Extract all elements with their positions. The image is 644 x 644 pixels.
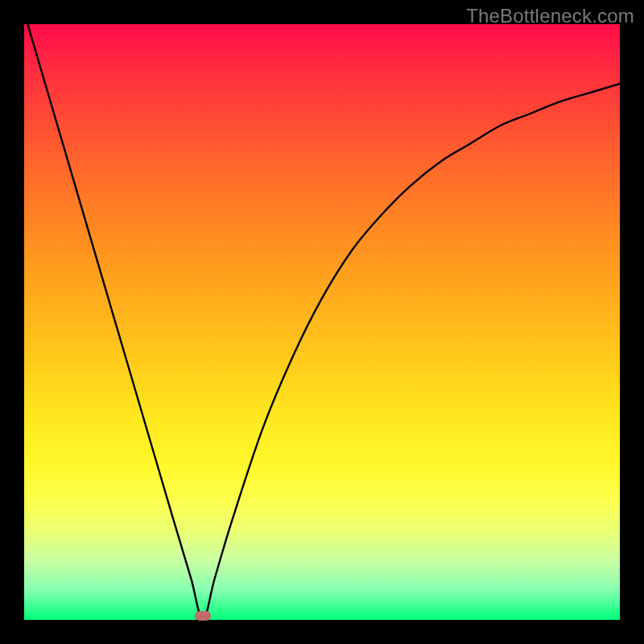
- min-marker: [195, 611, 211, 621]
- bottleneck-curve: [24, 24, 620, 620]
- chart-frame: TheBottleneck.com: [0, 0, 644, 644]
- plot-area: [24, 24, 620, 620]
- curve-svg: [24, 24, 620, 620]
